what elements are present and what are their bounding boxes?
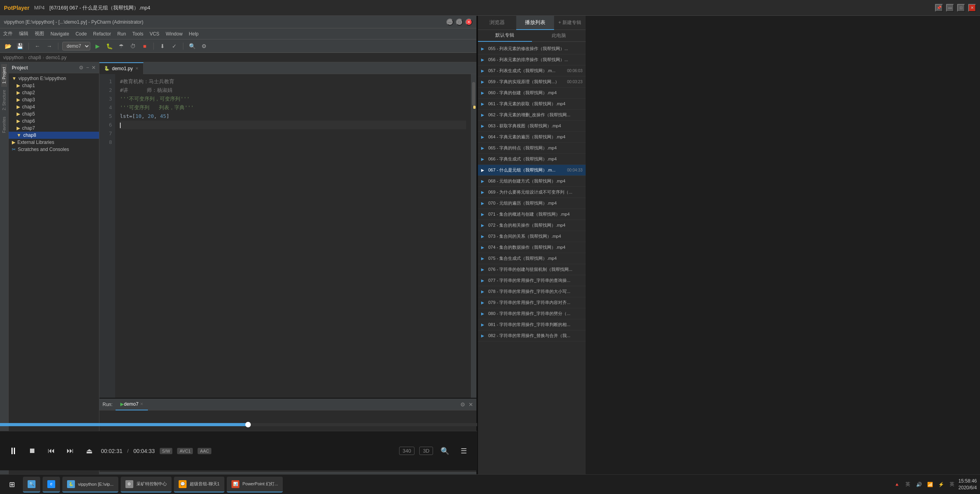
album-default[interactable]: 默认专辑 [478, 30, 532, 42]
pycharm-minimize[interactable]: — [446, 19, 454, 26]
angle-3d-btn[interactable]: 3D [419, 447, 433, 455]
code-content[interactable]: #教育机构：马士兵教育 #讲 师：杨淑娟 '''不可变序列，可变序列''' ''… [115, 74, 471, 398]
playlist-item-070[interactable]: ▶ 070 - 元组的遍历（我帮找网）.mp4 [478, 198, 586, 209]
menu-vcs[interactable]: VCS [149, 31, 159, 37]
taskbar-item-pycharm[interactable]: 🐍 vippython [E:\vip... [62, 477, 118, 492]
breadcrumb-root[interactable]: vippython [3, 55, 23, 60]
taskbar-item-control[interactable]: ⚙ 采矿特控制中心 [121, 477, 172, 492]
tree-chap8[interactable]: ▼ chap8 [9, 132, 99, 139]
zoom-button[interactable]: 🔍 [438, 444, 452, 458]
menu-button[interactable]: ☰ [457, 444, 471, 458]
tree-scratches[interactable]: ✂ Scratches and Consoles [9, 146, 99, 153]
taskbar-item-search[interactable]: 🔍 [23, 477, 40, 492]
pycharm-close[interactable]: ✕ [465, 19, 472, 26]
playlist-item-065[interactable]: ▶ 065 - 字典的特点（我帮找网）.mp4 [478, 143, 586, 154]
sys-clock[interactable]: 15:58:46 2020/6/4 [958, 478, 977, 491]
menu-window[interactable]: Window [166, 31, 183, 37]
run-config-dropdown[interactable]: demo7 [62, 42, 90, 50]
tree-root[interactable]: ▼ vippython E:\vippython [9, 75, 99, 82]
git-update[interactable]: ⬇ [158, 41, 167, 51]
tree-chap4[interactable]: ▶ chap4 [9, 103, 99, 110]
tree-chap1[interactable]: ▶ chap1 [9, 82, 99, 89]
progress-bar-container[interactable] [0, 423, 477, 426]
speed-badge[interactable]: S/W [160, 448, 173, 454]
toolbar-back[interactable]: ← [33, 41, 42, 51]
start-button[interactable]: ⊞ [3, 476, 21, 493]
playlist-item-060[interactable]: ▶ 060 - 字典的创建（我帮找网）.mp4 [478, 88, 586, 99]
playlist-item-055[interactable]: ▶ 055 - 列表元素的修改操作（我帮找网）... [478, 43, 586, 54]
profile-button[interactable]: ⏱ [128, 41, 138, 51]
toolbar-forward[interactable]: → [45, 41, 54, 51]
tab-close-icon[interactable]: ✕ [135, 66, 138, 71]
coverage-button[interactable]: ☂ [116, 41, 126, 51]
settings-button[interactable]: ⚙ [199, 41, 209, 51]
playlist-item-068[interactable]: ▶ 068 - 元组的创建方式（我帮找网）.mp4 [478, 176, 586, 187]
next-button[interactable]: ⏭ [63, 444, 77, 458]
project-collapse-icon[interactable]: − [86, 65, 89, 71]
menu-view[interactable]: 视图 [35, 30, 44, 37]
taskbar-item-ppt[interactable]: 📊 PowerPoint 幻灯... [227, 477, 283, 492]
playlist-item-063[interactable]: ▶ 063 - 获取字典视图（我帮找网）.mp4 [478, 121, 586, 132]
run-close-icon[interactable]: ✕ [469, 401, 473, 408]
close-button[interactable]: ✕ [968, 4, 976, 12]
playlist-item-067[interactable]: ▶ 067 - 什么是元组（我帮找网）.m... 00:04:33 [478, 165, 586, 176]
project-settings-icon[interactable]: ⚙ [79, 65, 84, 71]
breadcrumb-chap[interactable]: chap8 [28, 55, 41, 60]
toolbar-open[interactable]: 📂 [3, 41, 13, 51]
run-button[interactable]: ▶ [93, 41, 102, 51]
playlist-item-071[interactable]: ▶ 071 - 集合的概述与创建（我帮找网）.mp4 [478, 209, 586, 220]
tree-chap6[interactable]: ▶ chap6 [9, 117, 99, 125]
playlist-item-079[interactable]: ▶ 079 - 字符串的常用操作_字符串内容对齐... [478, 297, 586, 308]
playlist-item-074[interactable]: ▶ 074 - 集合的数据操作（我帮找网）.mp4 [478, 242, 586, 253]
tree-chap5[interactable]: ▶ chap5 [9, 110, 99, 117]
code-editor[interactable]: 1 2 3 4 5 6 7 8 #教育机构：马士兵教育 #讲 师：杨淑娟 '''… [99, 74, 476, 398]
toolbar-save[interactable]: 💾 [15, 41, 24, 51]
playlist-item-075[interactable]: ▶ 075 - 集合生成式（我帮找网）.mp4 [478, 253, 586, 264]
video-codec-badge[interactable]: AVC1 [177, 448, 193, 454]
playlist-item-073[interactable]: ▶ 073 - 集合间的关系（我帮找网）.mp4 [478, 231, 586, 242]
minimize-button[interactable]: — [946, 4, 954, 12]
playlist-item-057[interactable]: ▶ 057 - 列表生成式（我帮找网）.m... 00:06:03 [478, 65, 586, 76]
pin-button[interactable]: 📌 [935, 4, 943, 12]
playlist-item-059[interactable]: ▶ 059 - 字典的实现原理（我帮找网...） 00:03:23 [478, 76, 586, 88]
menu-code[interactable]: Code [75, 31, 87, 37]
stop-button[interactable]: ⏹ [25, 444, 39, 458]
search-everywhere[interactable]: 🔍 [187, 41, 197, 51]
vtab-favorites[interactable]: Favorites [1, 114, 7, 136]
pause-button[interactable]: ⏸ [6, 444, 21, 458]
playlist-item-081[interactable]: ▶ 081 - 字符串的常用操作_字符串判断的相... [478, 319, 586, 330]
editor-scrollbar[interactable] [471, 74, 476, 398]
menu-tools[interactable]: Tools [132, 31, 143, 37]
prev-button[interactable]: ⏮ [44, 444, 58, 458]
eject-button[interactable]: ⏏ [82, 444, 96, 458]
maximize-button[interactable]: □ [957, 4, 965, 12]
tab-playlist[interactable]: 播放列表 [516, 16, 554, 30]
playlist-item-080[interactable]: ▶ 080 - 字符串的常用操作_字符串的劈分（... [478, 308, 586, 319]
taskbar-item-ie[interactable]: e [43, 477, 60, 492]
playlist-item-076[interactable]: ▶ 076 - 字符串的创建与驻留机制（我帮找网... [478, 264, 586, 275]
playlist-item-069[interactable]: ▶ 069 - 为什么要将元组设计成不可变序列（... [478, 187, 586, 198]
menu-file[interactable]: 文件 [3, 30, 13, 37]
playlist-item-077[interactable]: ▶ 077 - 字符串的常用操作_字符串的查询操... [478, 275, 586, 286]
audio-codec-badge[interactable]: AAC [198, 448, 211, 454]
pycharm-maximize[interactable]: □ [456, 19, 463, 26]
code-line-6[interactable] [120, 121, 466, 129]
run-tab-close[interactable]: ✕ [140, 402, 143, 406]
playlist-item-056[interactable]: ▶ 056 - 列表元素的排序操作（我帮找网）... [478, 54, 586, 65]
playlist-item-064[interactable]: ▶ 064 - 字典元素的遍历（我帮找网）.mp4 [478, 132, 586, 143]
vtab-project[interactable]: 1: Project [1, 64, 7, 87]
playlist-item-082[interactable]: ▶ 082 - 字符串的常用操作_替换与合并（我... [478, 330, 586, 341]
vtab-structure[interactable]: 2: Structure [1, 87, 7, 114]
menu-help[interactable]: Help [189, 31, 199, 37]
menu-navigate[interactable]: Navigate [50, 31, 69, 37]
angle-340-btn[interactable]: 340 [399, 447, 415, 455]
new-album-button[interactable]: + 新建专辑 [554, 16, 586, 30]
tree-chap7[interactable]: ▶ chap7 [9, 125, 99, 132]
tree-external-libs[interactable]: ▶ External Libraries [9, 139, 99, 146]
tab-browser[interactable]: 浏览器 [478, 16, 516, 30]
playlist-item-062[interactable]: ▶ 062 - 字典元素的增删_改操作（我帮找网... [478, 110, 586, 121]
git-commit[interactable]: ✓ [170, 41, 179, 51]
menu-refactor[interactable]: Refactor [93, 31, 111, 37]
scroll-thumb[interactable] [472, 82, 475, 106]
tree-chap3[interactable]: ▶ chap3 [9, 96, 99, 103]
